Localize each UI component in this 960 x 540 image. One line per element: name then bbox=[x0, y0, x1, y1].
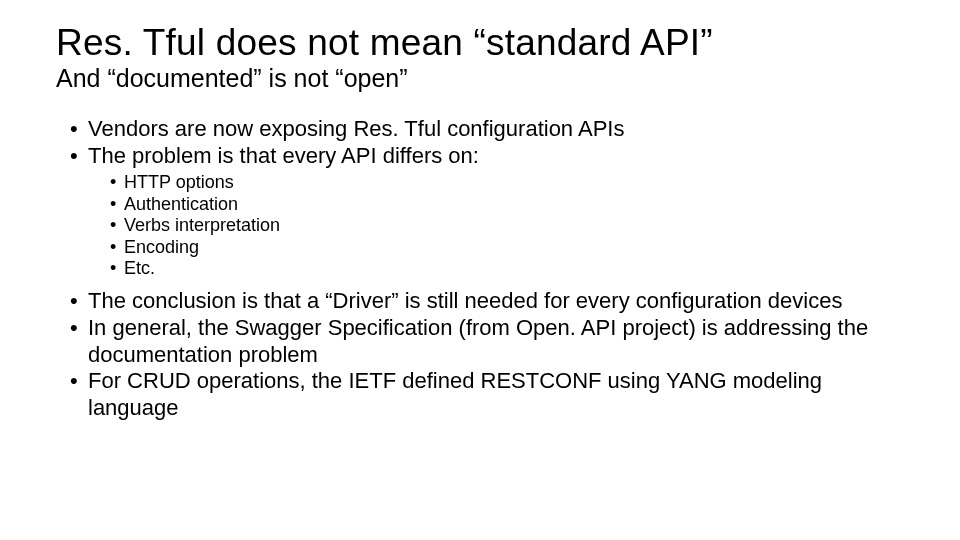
list-item: The conclusion is that a “Driver” is sti… bbox=[74, 288, 904, 315]
list-item: The problem is that every API differs on… bbox=[74, 143, 904, 170]
bullet-list: Vendors are now exposing Res. Tful confi… bbox=[56, 116, 904, 422]
list-item: Vendors are now exposing Res. Tful confi… bbox=[74, 116, 904, 143]
list-item: Encoding bbox=[110, 237, 904, 259]
list-item: In general, the Swagger Specification (f… bbox=[74, 315, 904, 369]
list-item: For CRUD operations, the IETF defined RE… bbox=[74, 368, 904, 422]
list-item: HTTP options bbox=[110, 172, 904, 194]
slide-subtitle: And “documented” is not “open” bbox=[56, 65, 904, 93]
slide: Res. Tful does not mean “standard API” A… bbox=[0, 0, 960, 540]
list-item: Authentication bbox=[110, 194, 904, 216]
list-item: Verbs interpretation bbox=[110, 215, 904, 237]
sub-bullet-list: HTTP options Authentication Verbs interp… bbox=[74, 172, 904, 280]
slide-title: Res. Tful does not mean “standard API” bbox=[56, 24, 904, 63]
list-item: Etc. bbox=[110, 258, 904, 280]
